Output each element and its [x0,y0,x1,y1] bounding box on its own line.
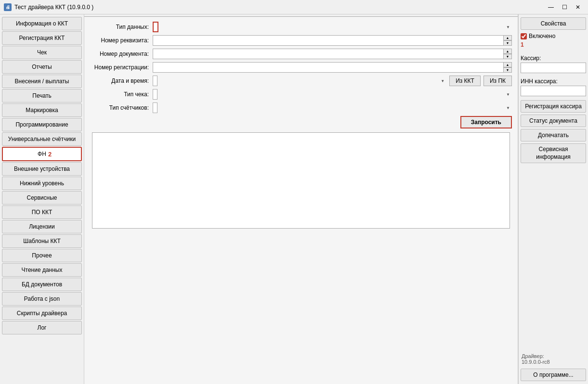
sidebar-item-work-json[interactable]: Работа с json [2,292,82,306]
sidebar-item-scripts[interactable]: Скрипты драйвера [2,307,82,320]
data-type-select[interactable] [153,22,158,32]
main-container: Информация о ККТРегистрация ККТЧекОтчеты… [0,14,588,384]
sidebar-item-print[interactable]: Печать [2,89,82,102]
req-number-spinner-wrap: 1 ▲ ▼ [153,35,512,46]
reg-number-row: Номер регистрации: 1 ▲ ▼ [90,62,512,73]
req-number-spinbtns: ▲ ▼ [503,35,512,46]
doc-number-wrap: 1 ▲ ▼ [153,49,512,59]
sidebar-item-info-kkt[interactable]: Информация о ККТ [2,17,82,30]
check-type-label: Тип чека: [90,91,153,98]
data-type-label: Тип данных: [90,24,153,30]
enabled-checkbox[interactable] [521,33,527,39]
reg-number-down[interactable]: ▼ [503,67,512,73]
sidebar-item-licenses[interactable]: Лицензии [2,220,82,233]
sidebar-item-reports[interactable]: Отчеты [2,60,82,74]
req-number-down[interactable]: ▼ [503,40,512,46]
sidebar-item-marking[interactable]: Маркировка [2,103,82,117]
cashier-label: Кассир: [521,55,586,62]
datetime-select-wrapper [153,76,446,86]
reg-number-label: Номер регистрации: [90,64,153,71]
sidebar-item-check[interactable]: Чек [2,46,82,59]
titlebar: 🖨 Тест драйвера ККТ (10.9.0.0 ) — ☐ ✕ [0,0,588,14]
check-type-select[interactable] [153,89,157,100]
number-1-badge: 1 [521,41,586,48]
counter-type-select-wrapper [153,102,512,113]
driver-info: Драйвер: 10.9.0.0-rc8 [521,352,586,366]
req-number-row: Номер реквизита: 1 ▲ ▼ [90,35,512,46]
reg-number-spinner-wrap: 1 ▲ ▼ [153,62,512,73]
doc-number-row: Номер документа: 1 ▲ ▼ [90,49,512,59]
sidebar: Информация о ККТРегистрация ККТЧекОтчеты… [0,14,84,384]
cashier-input[interactable] [521,63,586,73]
reg-number-input[interactable]: 1 [153,62,512,73]
req-number-up[interactable]: ▲ [503,35,512,40]
minimize-button[interactable]: — [545,2,557,12]
req-number-label: Номер реквизита: [90,37,153,44]
form-area: Тип данных: Номер реквизита: 1 ▲ [84,17,518,384]
doc-number-label: Номер документа: [90,51,153,57]
sidebar-item-log[interactable]: Лог [2,321,82,334]
datetime-label: Дата и время: [90,77,153,84]
counter-type-label: Тип счётчиков: [90,104,153,111]
enabled-row: Включено [521,33,586,39]
data-type-select-wrapper [153,22,512,32]
req-number-input[interactable]: 1 [153,35,512,46]
counter-type-row: Тип счётчиков: [90,102,512,113]
check-type-row: Тип чека: [90,89,512,100]
reprint-button[interactable]: Допечатать [521,129,586,141]
sidebar-item-deposit[interactable]: Внесения / выплаты [2,75,82,88]
sidebar-item-service[interactable]: Сервисные [2,191,82,205]
doc-number-down[interactable]: ▼ [503,54,512,59]
sidebar-item-fn[interactable]: ФН2 [2,147,82,161]
properties-button[interactable]: Свойства [521,17,586,30]
datetime-row: Дата и время: Из ККТ Из ПК [90,76,512,86]
sidebar-item-external[interactable]: Внешние устройства [2,162,82,176]
close-button[interactable]: ✕ [572,2,584,12]
enabled-label: Включено [529,33,555,39]
counter-type-select[interactable] [153,102,157,113]
check-type-select-wrapper [153,89,512,100]
req-number-wrap: 1 ▲ ▼ [153,35,512,46]
sidebar-item-universal[interactable]: Универсальные счётчики [2,132,82,146]
counter-type-wrap [153,102,512,113]
from-pc-button[interactable]: Из ПК [483,76,512,86]
maximize-button[interactable]: ☐ [558,2,571,12]
datetime-wrap: Из ККТ Из ПК [153,76,512,86]
request-row: Запросить [90,116,512,128]
sidebar-item-read-data[interactable]: Чтение данных [2,263,82,277]
about-button[interactable]: О программе... [521,369,586,381]
sidebar-item-lower[interactable]: Нижний уровень [2,177,82,190]
datetime-select[interactable] [153,76,157,86]
window-title: Тест драйвера ККТ (10.9.0.0 ) [14,4,93,11]
right-panel: Свойства Включено 1 Кассир: ИНН кассира:… [518,14,588,384]
check-type-wrap [153,89,512,100]
data-type-row: Тип данных: [90,22,512,32]
sidebar-item-templates[interactable]: Шаблоны ККТ [2,234,82,248]
sidebar-item-other[interactable]: Прочее [2,249,82,262]
data-type-wrap [153,22,512,32]
content-area: Тип данных: Номер реквизита: 1 ▲ [84,14,518,384]
driver-version: 10.9.0.0-rc8 [522,359,550,365]
inn-input[interactable] [521,86,586,96]
sidebar-item-db-docs[interactable]: БД документов [2,278,82,291]
output-area [92,132,510,229]
driver-label: Драйвер: [522,353,544,359]
reg-number-wrap: 1 ▲ ▼ [153,62,512,73]
doc-number-spinner-wrap: 1 ▲ ▼ [153,49,512,59]
sidebar-item-reg-kkt[interactable]: Регистрация ККТ [2,31,82,45]
service-info-button[interactable]: Сервисная информация [521,143,586,163]
window-controls: — ☐ ✕ [545,2,584,12]
doc-number-spinbtns: ▲ ▼ [503,49,512,59]
doc-status-button[interactable]: Статус документа [521,115,586,127]
sidebar-item-sw-kkt[interactable]: ПО ККТ [2,205,82,219]
from-kkt-button[interactable]: Из ККТ [449,76,481,86]
reg-cashier-button[interactable]: Регистрация кассира [521,100,586,113]
app-icon: 🖨 [4,3,12,11]
doc-number-input[interactable]: 1 [153,49,512,59]
inn-label: ИНН кассира: [521,78,586,85]
request-button[interactable]: Запросить [460,116,512,128]
sidebar-item-programming[interactable]: Программирование [2,118,82,131]
doc-number-up[interactable]: ▲ [503,49,512,54]
reg-number-spinbtns: ▲ ▼ [503,62,512,73]
reg-number-up[interactable]: ▲ [503,62,512,67]
